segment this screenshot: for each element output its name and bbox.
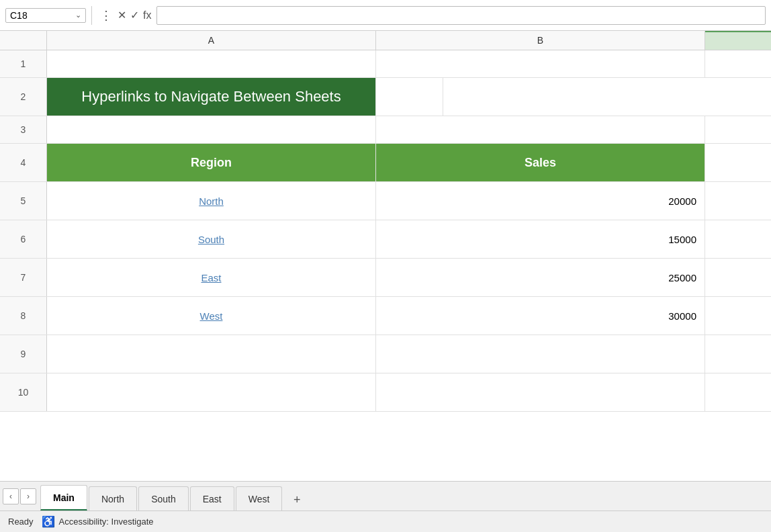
tab-next-button[interactable]: › [20,488,36,504]
cell-3a[interactable] [47,116,376,143]
cell-3b[interactable] [376,116,705,143]
table-row: 7 East 25000 [0,259,771,297]
cell-5a[interactable]: North [47,182,376,220]
row-num-1: 1 [0,50,47,77]
sheet-tabs: Main North South East West + [40,482,308,511]
cell-2c[interactable] [376,78,443,116]
table-row: 10 [0,373,771,412]
tab-bar: ‹ › Main North South East West + [0,481,771,511]
north-link[interactable]: North [199,195,224,207]
cell-1b[interactable] [376,50,705,77]
table-row: 9 [0,335,771,373]
east-link[interactable]: East [201,272,221,283]
cell-10b[interactable] [376,373,705,411]
row-num-8: 8 [0,297,47,335]
table-row: 8 West 30000 [0,297,771,335]
spreadsheet: A B 1 2 Hyperlinks to Navigate Between S… [0,31,771,481]
cell-6b[interactable]: 15000 [376,220,705,258]
name-box-chevron-icon[interactable]: ⌄ [75,11,81,19]
cell-4c[interactable] [705,144,771,181]
cell-8c[interactable] [705,297,771,335]
tab-navigation: ‹ › [3,488,36,504]
formula-bar: C18 ⌄ ⋮ ✕ ✓ fx [0,0,771,31]
west-link[interactable]: West [200,310,223,322]
south-link[interactable]: South [198,234,224,245]
cell-6a[interactable]: South [47,220,376,258]
table-row: 4 Region Sales [0,144,771,182]
cell-6c[interactable] [705,220,771,258]
column-headers: A B [0,31,771,50]
row-num-3: 3 [0,116,47,143]
name-box[interactable]: C18 ⌄ [5,8,86,23]
cell-region-header[interactable]: Region [47,144,376,181]
cell-5c[interactable] [705,182,771,220]
row-num-5: 5 [0,182,47,220]
cell-9b[interactable] [376,335,705,373]
table-row: 5 North 20000 [0,182,771,220]
accessibility-status[interactable]: ♿ Accessibility: Investigate [42,515,154,528]
col-header-a[interactable]: A [47,31,376,50]
row-num-4: 4 [0,144,47,181]
tab-prev-button[interactable]: ‹ [3,488,19,504]
accessibility-icon: ♿ [42,515,55,528]
rows-area: 1 2 Hyperlinks to Navigate Between Sheet… [0,50,771,481]
row-num-2: 2 [0,78,47,116]
formula-bar-icons: ✕ ✓ fx [118,9,151,21]
formula-check-icon[interactable]: ✓ [130,9,139,21]
cell-3c[interactable] [705,116,771,143]
table-row: 2 Hyperlinks to Navigate Between Sheets [0,78,771,116]
cell-5b[interactable]: 20000 [376,182,705,220]
table-row: 1 [0,50,771,78]
row-num-6: 6 [0,220,47,258]
cell-1c[interactable] [705,50,771,77]
cell-10c[interactable] [705,373,771,411]
formula-bar-more-icon[interactable]: ⋮ [97,8,115,23]
cell-1a[interactable] [47,50,376,77]
add-sheet-button[interactable]: + [286,489,308,511]
cell-sales-header[interactable]: Sales [376,144,705,181]
status-ready: Ready [8,517,34,527]
cell-8b[interactable]: 30000 [376,297,705,335]
col-header-c[interactable] [705,31,771,50]
cell-7c[interactable] [705,259,771,296]
tab-west[interactable]: West [236,486,283,511]
name-box-value: C18 [10,10,73,21]
tab-south[interactable]: South [138,486,189,511]
cell-7a[interactable]: East [47,259,376,296]
table-row: 6 South 15000 [0,220,771,259]
table-row: 3 [0,116,771,144]
tab-north[interactable]: North [89,486,137,511]
cell-10a[interactable] [47,373,376,411]
tab-main[interactable]: Main [40,485,87,511]
accessibility-label: Accessibility: Investigate [59,517,154,527]
status-bar: Ready ♿ Accessibility: Investigate [0,511,771,532]
formula-bar-divider [91,6,92,25]
row-num-7: 7 [0,259,47,296]
formula-input[interactable] [156,6,766,25]
cell-9a[interactable] [47,335,376,373]
formula-close-icon[interactable]: ✕ [118,9,126,21]
cell-7b[interactable]: 25000 [376,259,705,296]
col-header-b[interactable]: B [376,31,705,50]
row-num-9: 9 [0,335,47,373]
row-num-header [0,31,47,50]
cell-8a[interactable]: West [47,297,376,335]
row-num-10: 10 [0,373,47,411]
formula-fx-icon[interactable]: fx [143,9,151,21]
cell-9c[interactable] [705,335,771,373]
title-cell[interactable]: Hyperlinks to Navigate Between Sheets [47,78,376,116]
tab-east[interactable]: East [190,486,234,511]
